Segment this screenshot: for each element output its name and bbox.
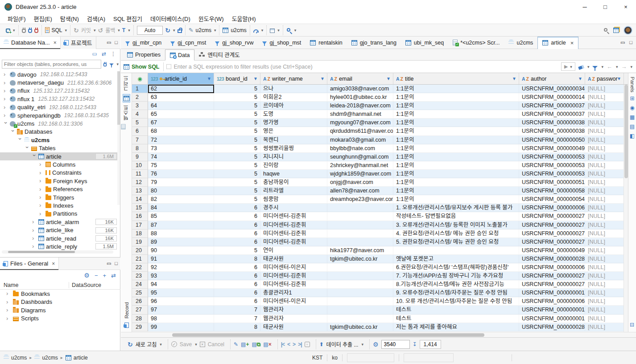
grid-cell[interactable]: 64 <box>148 102 214 110</box>
grid-cell[interactable]: 영은 <box>260 127 327 135</box>
grid-cell[interactable]: 74 <box>148 153 214 161</box>
grid-cell[interactable]: dreamhope23@naver.com <box>327 195 393 204</box>
grid-cell[interactable]: 미디어센터-김준휘 <box>260 272 327 280</box>
grid-cell[interactable]: [NULL] <box>585 195 624 204</box>
tree-item[interactable]: ›metaverse_daegu211.63.236.6:3606 <box>0 78 120 86</box>
rollback-button[interactable]: 롤백 <box>105 26 115 34</box>
grid-cell[interactable]: [NULL] <box>585 153 624 161</box>
grid-cell[interactable]: 명가영 <box>260 119 327 127</box>
panel-references-icon[interactable]: ⊟ <box>630 322 634 328</box>
auto-refresh-dropdown[interactable]: ▾ <box>173 28 175 33</box>
grid-cell[interactable]: 씸쿵맘 <box>260 195 327 204</box>
grid-cell[interactable]: 5 <box>214 187 260 195</box>
grid-cell[interactable]: USRCNFRM_00000003480 <box>519 85 585 93</box>
commit-button[interactable]: 커밋 <box>81 26 91 34</box>
grid-cell[interactable]: 5 <box>214 93 260 102</box>
grid-cell[interactable]: [NULL] <box>585 212 624 221</box>
save-button[interactable]: Save <box>180 341 192 348</box>
filter-connected-icon[interactable] <box>103 63 107 67</box>
expander-icon[interactable]: › <box>4 72 8 77</box>
column-header-author[interactable]: AZauthor▼ <box>519 73 585 84</box>
grid-cell[interactable]: 6 <box>214 229 260 238</box>
row-number[interactable]: 21 <box>132 255 148 263</box>
grid-cell[interactable] <box>327 297 393 306</box>
tree-item[interactable]: ›article_alarm16K <box>0 218 120 226</box>
tree-item[interactable]: ›Tables <box>0 144 120 152</box>
commit-mode-select[interactable]: Auto <box>137 26 163 35</box>
new-connection-icon[interactable] <box>6 29 10 33</box>
grid-cell[interactable]: allen78@naver.com <box>327 187 393 195</box>
expander-icon[interactable]: › <box>39 212 44 216</box>
grid-cell[interactable] <box>327 229 393 238</box>
tab-files-general[interactable]: Files - General × <box>0 258 59 270</box>
expander-icon[interactable]: › <box>39 195 44 200</box>
grid-cell[interactable]: USRCNFRM_00000002863 <box>519 323 585 331</box>
expander-icon[interactable]: › <box>4 97 8 101</box>
grid-cell[interactable]: 90 <box>148 246 214 255</box>
expander-icon[interactable]: › <box>6 308 11 312</box>
navigator-horizontal-scrollbar[interactable] <box>2 250 113 254</box>
grid-cell[interactable]: tgkim@ubitec.co.kr <box>327 323 393 331</box>
grid-cell[interactable]: 테스트 <box>393 306 519 314</box>
editor-tab[interactable]: ubi_mk_seq <box>401 37 448 49</box>
files-item[interactable]: ›Scripts <box>0 315 120 323</box>
grid-cell[interactable]: 7 <box>214 306 260 314</box>
grid-cell[interactable]: 8 <box>214 323 260 331</box>
expander-icon[interactable]: › <box>39 179 44 183</box>
fetch-size-input[interactable] <box>381 340 410 349</box>
active-database-select[interactable]: u2cms <box>231 27 246 33</box>
grid-cell[interactable]: USRCNFRM_00000005399 <box>519 170 585 178</box>
editor-tab[interactable]: article× <box>537 37 578 49</box>
edit-cell-icon[interactable]: ✎ <box>234 341 238 348</box>
tree-item[interactable]: ›Constraints <box>0 169 120 177</box>
grid-cell[interactable]: 태균사원 <box>260 255 327 263</box>
editor-tab[interactable]: gjo_trans_lang <box>347 37 401 49</box>
files-expand-icon[interactable]: + <box>103 272 107 279</box>
grid-cell[interactable]: 6 <box>214 272 260 280</box>
dashboard-dropdown[interactable]: ▾ <box>261 28 264 33</box>
grid-cell[interactable]: 1:1문의 <box>393 170 519 178</box>
sql-filter-input[interactable] <box>174 62 558 72</box>
expander-icon[interactable]: › <box>32 220 37 224</box>
grid-cell[interactable]: USRCNFRM_00000000661 <box>519 297 585 306</box>
menu-item[interactable]: 탐색(N) <box>56 13 83 24</box>
grid-cell[interactable]: 6 <box>214 263 260 272</box>
grid-cell[interactable]: 작성테스트- 답변필요없음 <box>393 212 519 221</box>
expander-icon[interactable]: › <box>39 171 44 175</box>
grid-cell[interactable]: 미디어센터-김준휘 <box>260 229 327 238</box>
row-number[interactable]: 11 <box>132 170 148 178</box>
grid-cell[interactable]: 목캔디 <box>260 136 327 144</box>
show-sql-button[interactable]: Show SQL <box>124 62 164 71</box>
sql-editor-button[interactable]: SQL <box>52 27 62 33</box>
grid-cell[interactable]: 1:1문의 <box>393 144 519 153</box>
expander-icon[interactable]: › <box>11 130 15 134</box>
duplicate-row-icon[interactable]: ▤⧉ <box>252 341 260 348</box>
expander-icon[interactable]: › <box>25 146 29 151</box>
panel-grid-icon[interactable]: ⊞ <box>628 95 636 102</box>
tree-item[interactable]: ›Columns <box>0 160 120 168</box>
grid-cell[interactable] <box>327 272 393 280</box>
grid-cell[interactable]: [NULL] <box>585 306 624 314</box>
grid-cell[interactable]: 1:1문의 <box>393 110 519 119</box>
expander-icon[interactable]: › <box>39 162 44 167</box>
collapse-all-icon[interactable]: ▭ <box>92 51 97 57</box>
editor-tab[interactable]: rentalskin <box>306 37 347 49</box>
row-number[interactable]: 29 <box>132 323 148 331</box>
grid-cell[interactable]: 98 <box>148 315 214 323</box>
grid-cell[interactable]: 총괄관리자1 <box>260 289 327 297</box>
tree-item[interactable]: ›Partitions <box>0 210 120 218</box>
auto-refresh-icon[interactable]: ↻ <box>165 27 170 33</box>
row-number[interactable]: 9 <box>132 153 148 161</box>
tree-item[interactable]: ›nflux 1125.132.127.213:15432 <box>0 95 120 103</box>
grid-cell[interactable]: 르이데아 <box>260 102 327 110</box>
grid-cell[interactable]: USRCNFRM_00000002863 <box>519 255 585 263</box>
row-number[interactable]: 10 <box>132 161 148 170</box>
grid-cell[interactable]: 5 <box>214 110 260 119</box>
grid-cell[interactable]: [NULL] <box>585 297 624 306</box>
grid-cell[interactable]: 76 <box>148 170 214 178</box>
editor-tab[interactable]: *<u2cms> Scr... <box>448 37 504 49</box>
menu-item[interactable]: 윈도우(W) <box>194 13 228 24</box>
row-number[interactable]: 7 <box>132 136 148 144</box>
grid-cell[interactable]: 5 <box>214 246 260 255</box>
grid-cell[interactable]: 미디어센터-김준휘 <box>260 221 327 229</box>
